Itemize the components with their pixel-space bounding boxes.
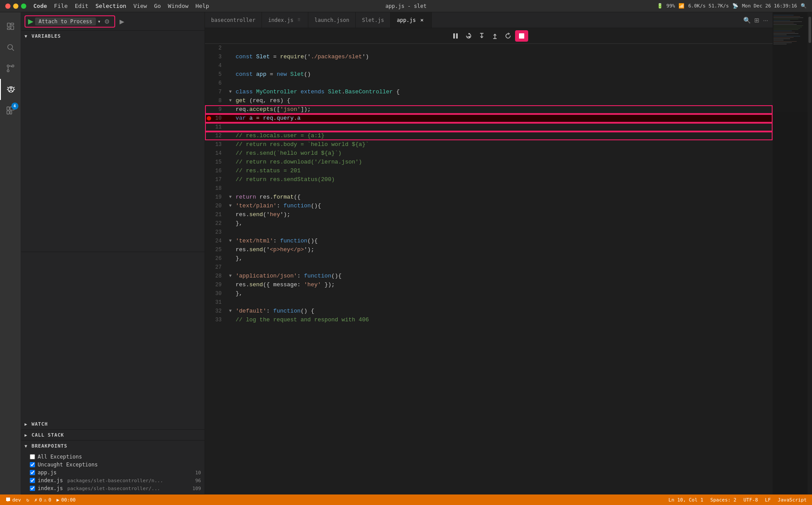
code-line-5[interactable]: 5const app = new Slet() [205,70,773,79]
collapse-arrow[interactable]: ▼ [227,88,234,96]
close-window-button[interactable] [5,4,11,9]
menu-edit[interactable]: Edit [75,3,88,9]
code-line-22[interactable]: 22 }, [205,219,773,228]
search-icon[interactable]: 🔍 [801,3,807,9]
code-line-20[interactable]: 20▼ 'text/plain': function(){ [205,202,773,210]
debug-gear-button[interactable]: ⚙ [102,17,112,26]
menu-go[interactable]: Go [154,3,161,9]
code-line-17[interactable]: 17 // return res.sendStatus(200) [205,175,773,184]
code-line-29[interactable]: 29 res.send({ message: 'hey' }); [205,281,773,289]
minimize-window-button[interactable] [13,4,18,9]
tab-basecontroller[interactable]: basecontroller [205,12,262,28]
code-line-21[interactable]: 21 res.send('hey'); [205,210,773,219]
code-line-16[interactable]: 16 // res.status = 201 [205,167,773,175]
tab-launch-json[interactable]: launch.json [308,12,356,28]
code-line-15[interactable]: 15 // return res.download('/lerna.json') [205,158,773,167]
code-line-28[interactable]: 28▼ 'application/json': function(){ [205,272,773,281]
breakpoints-section-header[interactable]: ▼ BREAKPOINTS [21,441,205,451]
play-status[interactable]: ▶ 00:00 [56,497,76,503]
code-line-3[interactable]: 3const Slet = require('./packages/slet') [205,53,773,61]
index-js-2-checkbox[interactable] [30,486,35,491]
activity-search[interactable] [0,37,21,58]
code-line-14[interactable]: 14 // res.send(`hello world ${a}`) [205,149,773,158]
step-into-button[interactable] [476,31,488,41]
activity-source-control[interactable] [0,58,21,79]
activity-explorer[interactable] [0,16,21,37]
code-line-30[interactable]: 30 }, [205,289,773,298]
code-line-31[interactable]: 31 [205,298,773,307]
stop-button[interactable] [515,30,528,42]
menu-help[interactable]: Help [195,3,209,9]
all-exceptions-checkbox[interactable] [30,454,35,459]
errors-indicator[interactable]: ✗ 0 ⚠ 0 [35,497,52,503]
more-tabs-button[interactable]: ··· [762,16,769,25]
language-indicator[interactable]: JavaScript [778,497,807,503]
line-ending-indicator[interactable]: LF [765,497,771,503]
tab-slet-js[interactable]: Slet.js [356,12,391,28]
code-line-27[interactable]: 27 [205,263,773,272]
tab-drag-handle[interactable]: ⠿ [296,18,302,22]
variables-section-header[interactable]: ▼ VARIABLES [21,31,205,41]
code-line-23[interactable]: 23 [205,228,773,237]
app-js-checkbox[interactable] [30,470,35,475]
watch-arrow-icon: ▶ [25,422,30,427]
split-editor-button[interactable]: ⊞ [753,16,760,25]
line-number-19: 19 [205,193,227,202]
code-line-10[interactable]: 10 var a = req.query.a [205,114,773,123]
menu-window[interactable]: Window [168,3,188,9]
code-line-9[interactable]: 9 req.accepts(['json']); [205,105,773,114]
restart-button[interactable] [502,31,514,41]
code-line-4[interactable]: 4 [205,61,773,70]
tab-close-button[interactable]: × [418,17,425,24]
code-line-26[interactable]: 26 }, [205,254,773,263]
sync-indicator[interactable]: ↻ [26,497,29,503]
line-col-indicator[interactable]: Ln 10, Col 1 [668,497,703,503]
code-line-6[interactable]: 6 [205,79,773,88]
code-line-11[interactable]: 11 [205,123,773,132]
run-button[interactable]: ▶ [28,17,33,25]
activity-extensions[interactable]: 4 [0,100,21,121]
line-number-11: 11 [205,123,227,132]
branch-indicator[interactable]: dev [5,497,21,503]
watch-section-header[interactable]: ▶ WATCH [21,419,205,429]
code-line-12[interactable]: 12 // res.locals.user = {a:1} [205,132,773,140]
collapse-arrow[interactable]: ▼ [227,96,234,105]
debug-config-select[interactable]: Attach to Process [35,18,96,25]
activity-debug[interactable] [0,79,21,100]
debug-terminal-button[interactable]: ▶ [117,17,127,26]
code-line-8[interactable]: 8▼ get (req, res) { [205,96,773,105]
menu-view[interactable]: View [133,3,147,9]
code-line-13[interactable]: 13 // return res.body = `hello world ${a… [205,140,773,149]
collapse-arrow[interactable]: ▼ [227,237,234,245]
vertical-scrollbar[interactable] [808,12,812,494]
step-out-button[interactable] [489,31,501,41]
menu-file[interactable]: File [54,3,67,9]
code-content-2 [234,44,773,53]
scrollbar-thumb[interactable] [808,17,811,43]
maximize-window-button[interactable] [21,4,26,9]
code-line-2[interactable]: 2 [205,44,773,53]
uncaught-exceptions-checkbox[interactable] [30,462,35,467]
tab-index-js[interactable]: index.js ⠿ [262,12,308,28]
code-line-33[interactable]: 33 // log the request and respond with 4… [205,316,773,324]
code-line-18[interactable]: 18 [205,184,773,193]
collapse-arrow[interactable]: ▼ [227,193,234,202]
index-js-1-checkbox[interactable] [30,478,35,483]
code-line-25[interactable]: 25 res.send('<p>hey</p>'); [205,245,773,254]
code-line-32[interactable]: 32▼ 'default': function() { [205,307,773,316]
code-line-24[interactable]: 24▼ 'text/html': function(){ [205,237,773,245]
pause-button[interactable] [449,31,462,41]
search-editor-button[interactable]: 🔍 [742,16,752,25]
collapse-arrow[interactable]: ▼ [227,202,234,210]
collapse-arrow[interactable]: ▼ [227,272,234,281]
step-over-button[interactable] [462,31,475,41]
code-editor[interactable]: 2 3const Slet = require('./packages/slet… [205,44,773,494]
encoding-indicator[interactable]: UTF-8 [743,497,758,503]
collapse-arrow[interactable]: ▼ [227,307,234,316]
spaces-indicator[interactable]: Spaces: 2 [710,497,737,503]
tab-app-js[interactable]: app.js × [391,12,432,28]
code-line-19[interactable]: 19▼ return res.format({ [205,193,773,202]
call-stack-section-header[interactable]: ▶ CALL STACK [21,430,205,440]
code-line-7[interactable]: 7▼class MyController extends Slet.BaseCo… [205,88,773,96]
menu-selection[interactable]: Selection [95,3,126,9]
